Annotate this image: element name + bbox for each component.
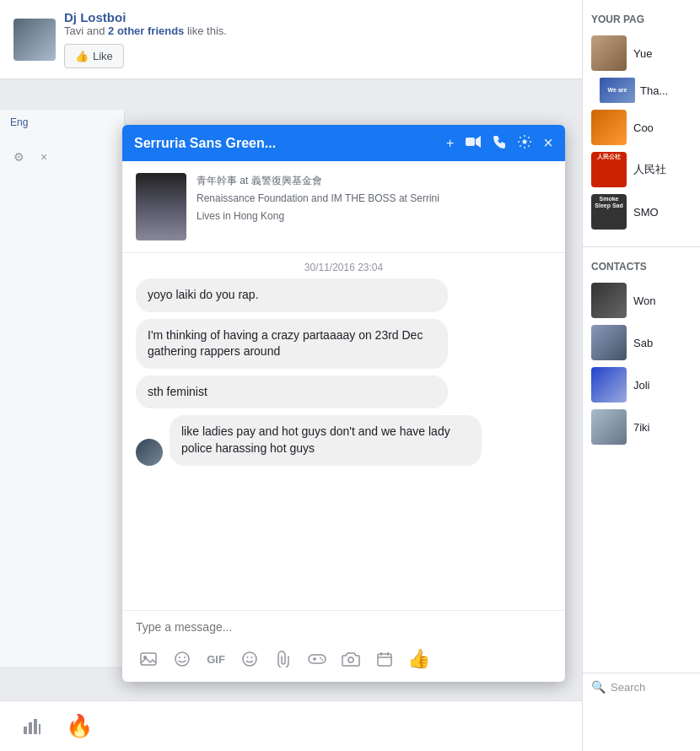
sidebar-search[interactable]: 🔍 Search bbox=[583, 673, 700, 700]
sidebar-name-7iki: 7iki bbox=[633, 421, 650, 434]
thumb-cool bbox=[591, 110, 627, 145]
video-icon[interactable] bbox=[466, 136, 481, 151]
calendar-icon[interactable] bbox=[369, 645, 401, 673]
sidebar-item-won[interactable]: Won bbox=[591, 279, 692, 321]
game-icon[interactable] bbox=[301, 645, 333, 673]
sidebar-item-yue[interactable]: Yue bbox=[591, 32, 692, 74]
svg-point-16 bbox=[348, 657, 353, 662]
svg-point-7 bbox=[184, 656, 186, 658]
image-icon[interactable] bbox=[132, 645, 164, 673]
sidebar-item-we-are[interactable]: We are Tha... bbox=[591, 74, 692, 106]
thumb-won bbox=[591, 283, 627, 318]
messenger-header-icons: + × bbox=[446, 133, 553, 153]
post-likes: Tavi and 2 other friends like this. bbox=[64, 24, 227, 37]
message-input-field[interactable] bbox=[136, 620, 552, 634]
svg-rect-11 bbox=[309, 655, 326, 663]
svg-point-6 bbox=[179, 656, 180, 658]
svg-point-10 bbox=[251, 656, 253, 658]
sticker-icon[interactable] bbox=[166, 645, 198, 673]
message-text-2: I'm thinking of having a crazy partaaaay… bbox=[148, 328, 423, 359]
svg-marker-1 bbox=[476, 136, 481, 148]
messenger-input-area: GIF bbox=[122, 610, 565, 682]
messages-area[interactable]: yoyo laiki do you rap. I'm thinking of h… bbox=[122, 278, 565, 610]
message-bubble-1: yoyo laiki do you rap. bbox=[136, 278, 448, 312]
thumb-sab bbox=[591, 325, 627, 360]
sidebar-name-smoke: SMO bbox=[633, 206, 659, 219]
post-area: Dj Lostboi Tavi and 2 other friends like… bbox=[0, 0, 582, 79]
profile-info-line1: 青年幹事 at 義警復興基金會 bbox=[197, 173, 439, 188]
sidebar-name-sab: Sab bbox=[633, 337, 653, 349]
your-pages-title: YOUR PAG bbox=[591, 14, 692, 25]
profile-info-line3: Lives in Hong Kong bbox=[197, 208, 439, 224]
sidebar-item-smoke[interactable]: Smoke Sleep Sad SMO bbox=[591, 191, 692, 233]
svg-point-2 bbox=[523, 139, 527, 143]
thumb-smoke: Smoke Sleep Sad bbox=[591, 194, 627, 230]
close-icon[interactable]: × bbox=[543, 133, 553, 153]
message-bubble-3: sth feminist bbox=[136, 376, 448, 409]
chat-list-eng[interactable]: Eng bbox=[0, 110, 124, 135]
like-thumbs-icon[interactable]: 👍 bbox=[402, 645, 434, 673]
sidebar-name-tha: Tha... bbox=[640, 84, 668, 97]
fire-icon[interactable]: 🔥 bbox=[64, 711, 94, 742]
post-user-name[interactable]: Dj Lostboi bbox=[64, 10, 227, 24]
message-text-3: sth feminist bbox=[148, 385, 207, 398]
svg-point-15 bbox=[321, 659, 323, 661]
post-friends-link[interactable]: 2 other friends bbox=[108, 24, 184, 37]
camera-icon[interactable] bbox=[335, 645, 367, 673]
post-header: Dj Lostboi Tavi and 2 other friends like… bbox=[13, 10, 568, 68]
toolbar-icons: GIF bbox=[122, 640, 565, 682]
message-input bbox=[122, 611, 565, 640]
profile-pic bbox=[136, 173, 186, 240]
message-text-4: like ladies pay and hot guys don't and w… bbox=[181, 424, 450, 455]
message-4: like ladies pay and hot guys don't and w… bbox=[136, 415, 552, 465]
svg-point-5 bbox=[175, 652, 189, 666]
sidebar-name-won: Won bbox=[633, 294, 656, 307]
message-bubble-2: I'm thinking of having a crazy partaaaay… bbox=[136, 319, 448, 369]
svg-point-8 bbox=[243, 652, 256, 666]
phone-icon[interactable] bbox=[493, 135, 506, 152]
svg-rect-24 bbox=[39, 724, 40, 734]
thumbs-up-icon: 👍 bbox=[75, 50, 89, 62]
message-text-1: yoyo laiki do you rap. bbox=[148, 288, 259, 301]
attach-icon[interactable] bbox=[267, 645, 299, 673]
svg-rect-0 bbox=[466, 138, 475, 146]
like-button[interactable]: 👍 Like bbox=[64, 44, 124, 68]
date-stamp: 30/11/2016 23:04 bbox=[122, 253, 565, 278]
msg-avatar bbox=[136, 439, 163, 466]
profile-info: 青年幹事 at 義警復興基金會 Renaissance Foundation a… bbox=[197, 173, 439, 224]
svg-rect-23 bbox=[34, 719, 37, 734]
svg-rect-21 bbox=[24, 727, 27, 734]
chat-list-partial: Eng ugu bbox=[0, 110, 125, 667]
message-2: I'm thinking of having a crazy partaaaay… bbox=[136, 319, 552, 369]
search-text: Search bbox=[611, 681, 645, 694]
sidebar-item-sab[interactable]: Sab bbox=[591, 321, 692, 364]
message-bubble-4: like ladies pay and hot guys don't and w… bbox=[170, 415, 482, 465]
bottom-bar: 🔥 bbox=[0, 700, 582, 751]
thumb-joli bbox=[591, 367, 627, 403]
sidebar-item-joli[interactable]: Joli bbox=[591, 364, 692, 406]
your-pages-section: YOUR PAG Yue We are Tha... Coo 人民公社 人民社 bbox=[583, 7, 700, 240]
right-sidebar: YOUR PAG Yue We are Tha... Coo 人民公社 人民社 bbox=[582, 0, 700, 751]
gif-icon[interactable]: GIF bbox=[200, 645, 232, 673]
sidebar-item-renmin[interactable]: 人民公社 人民社 bbox=[591, 149, 692, 191]
messenger-title-area: Serruria Sans Green... bbox=[134, 136, 276, 151]
contacts-title: CONTACTS bbox=[591, 261, 692, 273]
svg-point-14 bbox=[320, 657, 321, 659]
profile-info-line2: Renaissance Foundation and IM THE BOSS a… bbox=[197, 191, 439, 206]
search-icon: 🔍 bbox=[591, 680, 606, 694]
message-3: sth feminist bbox=[136, 376, 552, 409]
settings-icon[interactable] bbox=[518, 135, 531, 152]
add-icon[interactable]: + bbox=[446, 136, 454, 151]
sidebar-item-7iki[interactable]: 7iki bbox=[591, 406, 692, 448]
post-info: Dj Lostboi Tavi and 2 other friends like… bbox=[64, 10, 227, 68]
emoji-icon[interactable] bbox=[234, 645, 266, 673]
svg-rect-17 bbox=[378, 654, 391, 666]
sidebar-item-cool[interactable]: Coo bbox=[591, 106, 692, 149]
gear-icon-small[interactable]: ⚙ bbox=[10, 149, 27, 165]
post-avatar bbox=[13, 19, 56, 61]
like-button-label: Like bbox=[93, 50, 113, 62]
messenger-title: Serruria Sans Green... bbox=[134, 136, 276, 151]
close-icon-small[interactable]: × bbox=[35, 149, 52, 165]
chart-icon[interactable] bbox=[17, 711, 47, 742]
svg-point-9 bbox=[247, 656, 249, 658]
